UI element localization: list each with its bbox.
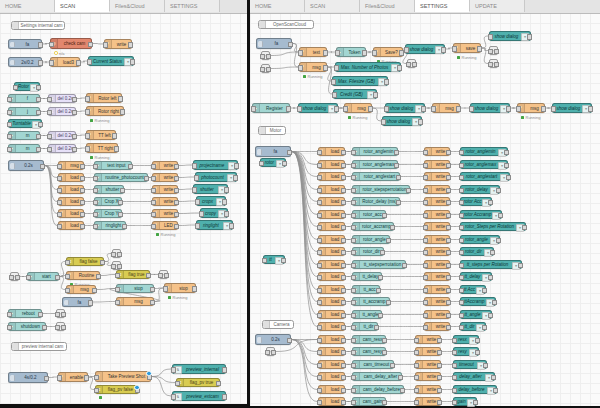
input-port[interactable] xyxy=(7,325,12,331)
output-port[interactable] xyxy=(491,375,496,381)
output-port[interactable] xyxy=(38,42,43,48)
output-port[interactable] xyxy=(376,288,381,294)
load-node[interactable]: ƒload xyxy=(318,347,345,356)
input-port[interactable] xyxy=(452,375,457,381)
output-port[interactable] xyxy=(378,313,383,319)
output-port[interactable] xyxy=(522,225,527,231)
output-port[interactable] xyxy=(473,400,478,406)
input-port[interactable] xyxy=(317,288,322,294)
write-node[interactable]: ƒwrite xyxy=(424,260,450,269)
register-node[interactable]: ▪Register xyxy=(252,103,290,113)
cropy-node[interactable]: ≡cropy xyxy=(200,208,228,218)
input-port[interactable] xyxy=(317,163,322,169)
input-port[interactable] xyxy=(404,47,409,53)
output-port[interactable] xyxy=(42,325,47,331)
fa-node[interactable]: fa xyxy=(256,38,292,49)
rotor-dir-node[interactable]: ≡rotor_dir xyxy=(460,247,494,256)
input-port[interactable] xyxy=(317,300,322,306)
output-port[interactable] xyxy=(341,338,346,344)
output-port[interactable] xyxy=(216,381,221,387)
tab-home[interactable]: HOME xyxy=(0,0,55,12)
input-port[interactable] xyxy=(423,213,428,219)
output-port[interactable] xyxy=(281,258,286,264)
load-node[interactable]: ƒload xyxy=(58,197,84,206)
output-port[interactable] xyxy=(266,54,271,60)
del-0-2s-node[interactable]: ⧖del 0.2s xyxy=(48,131,76,140)
input-port[interactable] xyxy=(351,200,356,206)
link-node[interactable]: ○ xyxy=(56,309,65,318)
output-port[interactable] xyxy=(84,375,89,381)
output-port[interactable] xyxy=(80,164,85,170)
output-port[interactable] xyxy=(92,288,97,294)
crop-y-node[interactable]: ▪Crop Y xyxy=(94,209,122,218)
input-port[interactable] xyxy=(87,59,92,65)
input-port[interactable] xyxy=(351,238,356,244)
write-node[interactable]: ƒwrite xyxy=(424,222,450,231)
rotor-anglemax-node[interactable]: ▪rotor_anglemax xyxy=(352,160,398,169)
rotor-node[interactable]: ≡Rotor xyxy=(14,82,40,91)
output-port[interactable] xyxy=(112,133,117,139)
save-node[interactable]: ƒsave xyxy=(453,43,481,53)
input-port[interactable] xyxy=(57,212,62,218)
load-node[interactable]: ƒload xyxy=(318,260,345,269)
input-port[interactable] xyxy=(151,188,156,194)
output-port[interactable] xyxy=(100,260,105,266)
input-port[interactable] xyxy=(151,200,156,206)
output-port[interactable] xyxy=(437,350,442,356)
shutter-node[interactable]: ▪shutter xyxy=(94,185,124,194)
input-port[interactable] xyxy=(469,106,474,112)
input-port[interactable] xyxy=(55,325,60,331)
0-2s-node[interactable]: 0.2s xyxy=(255,334,291,345)
tt-acc-node[interactable]: ≡tt Acc xyxy=(460,285,486,294)
input-port[interactable] xyxy=(47,97,52,103)
input-port[interactable] xyxy=(459,150,464,156)
output-port[interactable] xyxy=(118,212,123,218)
delay-after-node[interactable]: ≡delay_after xyxy=(453,372,495,381)
output-port[interactable] xyxy=(80,224,85,230)
output-port[interactable] xyxy=(341,263,346,269)
output-port[interactable] xyxy=(341,238,346,244)
output-port[interactable] xyxy=(437,338,442,344)
delay-before-node[interactable]: ≡delay_before xyxy=(453,385,497,394)
output-port[interactable] xyxy=(446,225,451,231)
input-port[interactable] xyxy=(7,110,12,116)
output-port[interactable] xyxy=(174,224,179,230)
load-node[interactable]: ƒload xyxy=(58,173,84,182)
input-port[interactable] xyxy=(452,400,457,406)
input-port[interactable] xyxy=(251,106,256,112)
tt-dir-node[interactable]: ▪tt_dir xyxy=(352,322,378,331)
rotor-node[interactable]: ≡rotor xyxy=(260,158,286,167)
crop-x-node[interactable]: ▪Crop X xyxy=(94,197,122,206)
input-port[interactable] xyxy=(192,187,197,193)
output-port[interactable] xyxy=(61,325,66,331)
input-port[interactable] xyxy=(317,238,322,244)
link-node[interactable]: ○ xyxy=(10,272,19,281)
2s-0-2-node[interactable]: 2s/0.2 xyxy=(8,57,42,67)
output-port[interactable] xyxy=(128,42,133,48)
output-port[interactable] xyxy=(271,350,276,356)
input-port[interactable] xyxy=(423,225,428,231)
output-port[interactable] xyxy=(36,110,41,116)
output-port[interactable] xyxy=(192,286,197,292)
output-port[interactable] xyxy=(446,213,451,219)
output-port[interactable] xyxy=(120,109,125,115)
input-port[interactable] xyxy=(459,175,464,181)
output-port[interactable] xyxy=(496,238,501,244)
input-port[interactable] xyxy=(414,363,419,369)
credit-gb-node[interactable]: ≡Credit (GB) xyxy=(333,89,377,99)
input-port[interactable] xyxy=(414,400,419,406)
link-node[interactable]: ○ xyxy=(261,64,270,73)
output-port[interactable] xyxy=(506,175,511,181)
tt-right-node[interactable]: ƒTT right xyxy=(86,143,118,153)
output-port[interactable] xyxy=(362,50,367,56)
input-port[interactable] xyxy=(452,350,457,356)
input-port[interactable] xyxy=(111,264,116,270)
output-port[interactable] xyxy=(341,388,346,394)
output-port[interactable] xyxy=(541,106,546,112)
input-port[interactable] xyxy=(351,375,356,381)
output-port[interactable] xyxy=(446,300,451,306)
tt-dir-node[interactable]: ≡tt_dir xyxy=(460,322,486,331)
inject-button[interactable] xyxy=(257,337,262,343)
output-port[interactable] xyxy=(40,164,45,170)
load-node[interactable]: ƒload xyxy=(58,221,84,230)
